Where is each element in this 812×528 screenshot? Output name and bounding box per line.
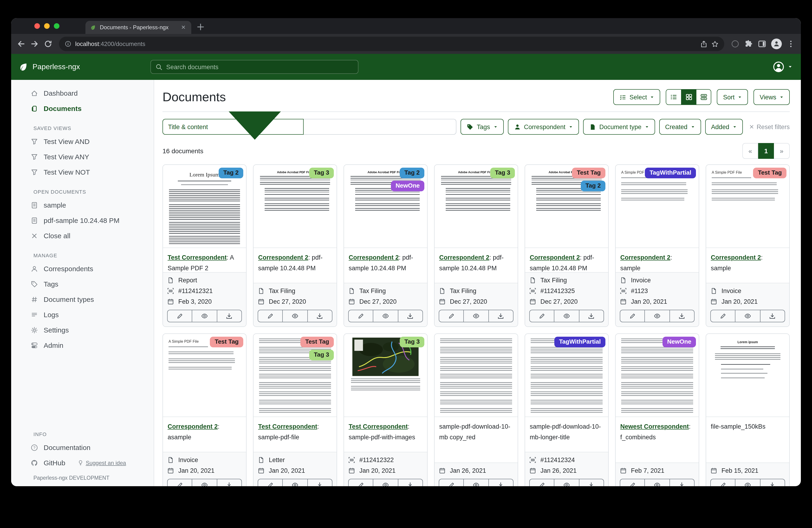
list-view-button[interactable] [666, 90, 681, 104]
tag-badge-tag-2[interactable]: Tag 2 [400, 168, 424, 178]
download-button[interactable] [760, 310, 785, 322]
tag-badge-tag-3[interactable]: Tag 3 [400, 337, 424, 347]
zoom-window-button[interactable] [54, 23, 59, 29]
reset-filters-button[interactable]: Reset filters [749, 123, 790, 130]
share-icon[interactable] [700, 40, 708, 47]
correspondent-link[interactable]: Correspondent 2 [168, 423, 218, 430]
edit-button[interactable] [348, 479, 374, 486]
document-thumbnail[interactable]: A Simple PDF FileTest Tag [706, 165, 789, 248]
edit-button[interactable] [258, 310, 283, 322]
filter-field-button[interactable]: Title & content [162, 119, 304, 135]
edit-button[interactable] [167, 310, 192, 322]
download-button[interactable] [308, 479, 332, 486]
browser-profile-avatar[interactable] [771, 39, 782, 49]
edit-button[interactable] [167, 479, 192, 486]
download-button[interactable] [489, 310, 513, 322]
browser-tab[interactable]: Documents - Paperless-ngx ✕ [85, 21, 191, 34]
sort-button[interactable]: Sort [717, 89, 748, 105]
tag-badge-test-tag[interactable]: Test Tag [210, 337, 243, 347]
document-thumbnail[interactable]: A Simple PDF FileTest Tag [163, 334, 246, 417]
sidebar-item-correspondents[interactable]: Correspondents [11, 261, 154, 276]
correspondent-link[interactable]: Test Correspondent [258, 423, 317, 430]
tag-badge-test-tag[interactable]: Test Tag [572, 168, 605, 178]
correspondent-link[interactable]: Newest Correspondent [620, 423, 689, 430]
filter-added-button[interactable]: Added [705, 119, 743, 135]
document-thumbnail[interactable]: Lorem IpsumTag 2 [163, 165, 246, 248]
document-thumbnail[interactable] [435, 334, 518, 417]
extension-icon[interactable] [731, 40, 740, 48]
app-brand[interactable]: Paperless-ngx [18, 62, 80, 72]
preview-button[interactable] [736, 479, 760, 486]
tag-badge-tag-3[interactable]: Tag 3 [490, 168, 515, 178]
tag-badge-test-tag[interactable]: Test Tag [301, 337, 334, 347]
download-button[interactable] [579, 310, 604, 322]
document-title-text[interactable]: asample [168, 434, 191, 441]
filter-document-type-button[interactable]: Document type [583, 119, 655, 135]
sidebar-item-document-types[interactable]: Document types [11, 291, 154, 307]
document-thumbnail[interactable]: Adobe Acrobat PDF FilesTag 3 [435, 165, 518, 248]
edit-button[interactable] [529, 479, 554, 486]
preview-button[interactable] [192, 310, 217, 322]
detail-view-button[interactable] [696, 90, 711, 104]
edit-button[interactable] [529, 310, 554, 322]
edit-button[interactable] [258, 479, 283, 486]
sidebar-item-dashboard[interactable]: Dashboard [11, 85, 154, 101]
preview-button[interactable] [374, 479, 398, 486]
pagination-prev-button[interactable]: « [742, 143, 758, 159]
sidebar-item-logs[interactable]: Logs [11, 307, 154, 322]
back-button[interactable] [17, 40, 26, 48]
document-thumbnail[interactable]: Adobe Acrobat PDF FilesTag 2NewOne [344, 165, 427, 248]
document-title-text[interactable]: sample [711, 265, 731, 272]
site-info-icon[interactable] [64, 40, 72, 47]
document-title-text[interactable]: sample-pdf-file [258, 434, 299, 441]
download-button[interactable] [579, 479, 604, 486]
sidebar-item-test-view-not[interactable]: Test View NOT [11, 165, 154, 180]
preview-button[interactable] [554, 310, 579, 322]
edit-button[interactable] [620, 310, 645, 322]
preview-button[interactable] [645, 479, 670, 486]
sidebar-item-admin[interactable]: Admin [11, 338, 154, 353]
download-button[interactable] [398, 479, 423, 486]
forward-button[interactable] [30, 40, 39, 48]
document-thumbnail[interactable]: A Simple PDF FileTagWithPartial [615, 165, 699, 248]
tag-badge-test-tag[interactable]: Test Tag [753, 168, 786, 178]
sidebar-item-pdf-sample-10-24-48-pm[interactable]: pdf-sample 10.24.48 PM [11, 213, 154, 228]
correspondent-link[interactable]: Correspondent 2 [711, 254, 761, 261]
sidebar-item-tags[interactable]: Tags [11, 276, 154, 291]
grid-view-button[interactable] [681, 90, 696, 104]
correspondent-link[interactable]: Test Correspondent [349, 423, 408, 430]
sidebar-item-test-view-and[interactable]: Test View AND [11, 134, 154, 149]
tab-close-icon[interactable]: ✕ [180, 24, 187, 31]
tag-badge-tag-3[interactable]: Tag 3 [309, 168, 334, 178]
sidebar-item-test-view-any[interactable]: Test View ANY [11, 149, 154, 165]
views-button[interactable]: Views [754, 89, 790, 105]
close-window-button[interactable] [34, 23, 40, 29]
preview-button[interactable] [374, 310, 398, 322]
new-tab-button[interactable] [196, 22, 205, 32]
select-button[interactable]: Select [613, 89, 661, 105]
preview-button[interactable] [464, 479, 489, 486]
tag-badge-newone[interactable]: NewOne [663, 337, 696, 347]
document-thumbnail[interactable]: Lorem ipsum [706, 334, 789, 417]
preview-button[interactable] [736, 310, 760, 322]
tag-badge-tagwithpartial[interactable]: TagWithPartial [645, 168, 696, 178]
edit-button[interactable] [710, 310, 736, 322]
address-bar[interactable]: localhost:4200/documents [59, 37, 724, 51]
document-title-text[interactable]: sample [620, 265, 640, 272]
user-menu[interactable] [772, 61, 793, 73]
suggest-an-idea-link[interactable]: Suggest an idea [77, 459, 126, 466]
reload-button[interactable] [44, 40, 53, 48]
preview-button[interactable] [554, 479, 579, 486]
correspondent-link[interactable]: Correspondent 2 [620, 254, 670, 261]
document-thumbnail[interactable]: Test TagTag 3 [253, 334, 337, 417]
document-title-text[interactable]: sample-pdf-download-10-mb-longer-title [530, 423, 601, 441]
search-input[interactable] [166, 63, 353, 70]
tag-badge-tagwithpartial[interactable]: TagWithPartial [554, 337, 605, 347]
filter-tags-button[interactable]: Tags [461, 119, 504, 135]
edit-button[interactable] [439, 310, 464, 322]
preview-button[interactable] [283, 310, 308, 322]
document-thumbnail[interactable]: TagWithPartial [525, 334, 608, 417]
minimize-window-button[interactable] [44, 23, 50, 29]
edit-button[interactable] [348, 310, 374, 322]
tag-badge-newone[interactable]: NewOne [391, 181, 424, 191]
